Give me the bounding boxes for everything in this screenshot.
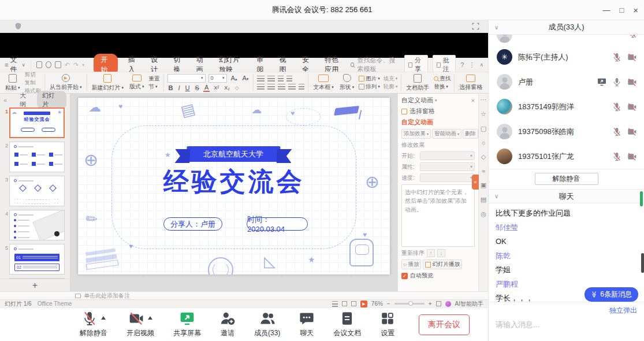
collapse-strip-handle[interactable]: « (472, 175, 479, 190)
italic-button[interactable]: I (177, 84, 181, 91)
meeting-docs-button[interactable]: 会议文档 (333, 311, 361, 338)
view-reading-icon[interactable] (351, 301, 356, 306)
collapse-chat-icon[interactable]: ∨ (494, 193, 498, 199)
close-pane-icon[interactable]: × (471, 97, 475, 104)
slide-presenter[interactable]: 分享人：卢册 (163, 217, 222, 231)
indent-decrease-icon[interactable] (278, 76, 284, 81)
slide-thumbnail[interactable] (9, 210, 65, 240)
unmute-button[interactable]: 解除静音 (80, 311, 107, 338)
font-size-select[interactable]: 0▾ (209, 74, 227, 83)
delete-button[interactable]: 删除 (463, 129, 478, 139)
align-center-icon[interactable] (267, 84, 275, 90)
move-up-button[interactable]: ↑ (427, 249, 435, 257)
mic-options-caret[interactable] (101, 316, 106, 320)
grid-tool-icon[interactable]: ▣ (481, 181, 486, 189)
zoom-out-icon[interactable]: − (387, 301, 390, 307)
unmute-all-button[interactable]: 解除静音 (535, 173, 598, 185)
slide-thumbnail[interactable] (9, 142, 65, 172)
command-search[interactable]: 查找命令、搜索模板 (351, 56, 400, 73)
collapse-members-icon[interactable]: ∨ (494, 24, 498, 31)
view-slide-sorter-icon[interactable] (342, 301, 347, 306)
replace-button[interactable]: 替换▾ (434, 83, 451, 91)
increase-font-button[interactable]: A▴ (230, 75, 239, 81)
slide-thumbnail[interactable]: 经验交流会 ☁ ★ (9, 108, 65, 138)
settings-button[interactable]: 设置 (380, 311, 395, 338)
minimize-icon[interactable]: — (602, 6, 610, 14)
print-icon[interactable] (55, 61, 61, 68)
more-icon[interactable]: ⋮ (468, 61, 475, 69)
invite-button[interactable]: 邀请 (220, 311, 235, 338)
redo-icon[interactable]: ↷ (73, 61, 79, 69)
pane-icon[interactable]: ▢ (481, 125, 486, 132)
move-down-button[interactable]: ↓ (437, 249, 445, 257)
slideshow-play-icon[interactable]: ▶ (360, 301, 367, 307)
member-row[interactable]: 18375149郭煦洋 (489, 94, 644, 119)
leave-meeting-button[interactable]: 离开会议 (419, 314, 470, 335)
help-icon[interactable]: ? (460, 61, 464, 68)
current-slide[interactable]: ☁ ♥ ▤ ☁ ♥ ★ ✎ ⊕ ⊕ ♥ ★ ◺ ♥ (78, 98, 390, 275)
slideshow-play-button[interactable]: 幻灯片播放 (423, 260, 462, 269)
zoom-level[interactable]: 76% (371, 301, 383, 307)
play-button[interactable]: ▷播放 (401, 260, 421, 269)
close-icon[interactable]: × (633, 5, 638, 15)
wave-tool-icon[interactable]: ≈ (482, 168, 485, 175)
mic-muted-icon[interactable] (612, 152, 621, 161)
start-select[interactable]: ▾ (420, 151, 475, 160)
notes-bar[interactable]: 单击此处添加备注 (0, 291, 488, 299)
camera-muted-icon[interactable] (627, 102, 637, 112)
camera-muted-icon[interactable] (627, 77, 637, 87)
chat-scrollbar-thumb[interactable] (640, 191, 643, 206)
member-row[interactable]: 19375101张广龙 (489, 144, 644, 169)
ai-assistant-icon[interactable] (445, 301, 451, 307)
undo-icon[interactable]: ↶ (65, 61, 70, 69)
members-button[interactable]: 成员(33) (254, 311, 280, 338)
decrease-font-button[interactable]: A▾ (241, 75, 250, 81)
find-button[interactable]: 查找 (434, 75, 451, 83)
caret-down-icon[interactable]: ▾ (82, 62, 84, 68)
favorites-icon[interactable]: ☆ (481, 110, 486, 118)
mic-muted-icon[interactable] (612, 53, 621, 62)
mic-muted-icon[interactable] (612, 102, 621, 112)
play-from-current-button[interactable]: ▶ 从当前开始▾ (47, 74, 85, 91)
speed-select[interactable]: ▾ (420, 173, 475, 182)
underline-button[interactable]: U (184, 84, 191, 91)
selection-pane-link[interactable]: 选择窗格 (401, 107, 475, 116)
shape-tool-icon[interactable]: ○ (482, 139, 486, 146)
preview-icon[interactable] (46, 61, 51, 68)
section-button[interactable]: 节▾ (149, 83, 160, 91)
textbox-button[interactable]: 文本框▾ (310, 75, 337, 91)
collapse-panel-icon[interactable]: « (3, 97, 7, 103)
camera-muted-icon[interactable] (627, 127, 637, 136)
fit-window-icon[interactable] (436, 301, 441, 306)
reset-button[interactable]: 重置 (149, 75, 160, 83)
start-video-button[interactable]: 开启视频 (126, 311, 154, 338)
outline-button[interactable]: 轮廓▾ (384, 83, 398, 91)
new-messages-pill[interactable]: ≫ 6条新消息 (585, 287, 638, 302)
slide-thumbnail[interactable] (9, 176, 65, 206)
more-tools-icon[interactable]: ⋯ (481, 96, 487, 103)
view-normal-icon[interactable] (332, 301, 338, 307)
chat-input[interactable] (496, 320, 637, 329)
new-slide-button[interactable]: 新建幻灯片▾ (89, 74, 127, 92)
shape-button[interactable]: 形状▾ (337, 74, 358, 91)
video-options-caret[interactable] (148, 316, 152, 320)
doc-helper-button[interactable]: 文档助手 (403, 74, 432, 92)
clear-format-button[interactable]: ◇ (234, 85, 240, 91)
slide-thumbnail[interactable]: ☁ ♥ ★ 经验交流会 (9, 278, 65, 279)
layout-button[interactable]: 版式▾ (126, 75, 147, 91)
fullscreen-icon[interactable] (471, 22, 480, 31)
align-left-icon[interactable] (257, 84, 265, 90)
member-row[interactable]: ✳ 陈拓宇(主持人) (489, 45, 644, 69)
member-row[interactable] (489, 35, 644, 45)
zoom-in-icon[interactable]: + (429, 301, 432, 307)
chat-button[interactable]: 聊天 (299, 311, 314, 338)
cut-button[interactable]: 剪切 (25, 72, 42, 79)
paste-button[interactable]: 粘贴▾ (2, 74, 23, 92)
slide-title[interactable]: 经验交流会 (78, 165, 390, 199)
sidebar-scrollbar-thumb[interactable] (641, 253, 644, 273)
mic-on-icon[interactable] (612, 77, 621, 87)
slide-banner[interactable]: 北京航空航天大学 (187, 146, 281, 162)
picture-button[interactable]: 图片▾ (359, 75, 380, 83)
selection-pane-button[interactable]: 选择窗格 (456, 75, 485, 91)
member-row[interactable]: 卢册 (489, 69, 644, 94)
